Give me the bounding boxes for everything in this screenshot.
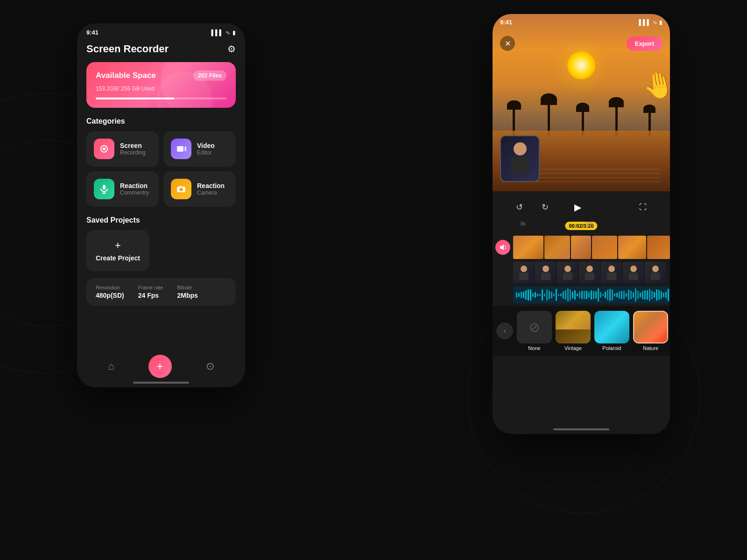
wave-bar: [539, 294, 541, 296]
filter-polaroid[interactable]: Polaroid: [594, 311, 629, 351]
fullscreen-button[interactable]: ⛶: [639, 203, 647, 211]
wave-bar: [595, 291, 597, 299]
wifi-icon: ∿: [226, 29, 230, 36]
video-status-icons: ▌▌▌ ∿ ▮: [639, 19, 662, 26]
wave-bar: [663, 293, 664, 298]
category-text-screen: Screen Recording: [120, 142, 146, 156]
svg-line-11: [505, 246, 506, 247]
person-head: [514, 142, 527, 155]
wave-bar: [588, 292, 590, 298]
wave-bar: [549, 291, 550, 299]
mic-icon-svg: [99, 184, 109, 194]
signal-icon: ▌▌▌: [211, 29, 223, 36]
filter-scroll-left[interactable]: ‹: [496, 322, 513, 339]
export-button[interactable]: Export: [627, 36, 662, 51]
waveform: [513, 287, 670, 303]
svg-point-8: [180, 188, 183, 191]
category-screen-recording[interactable]: Screen Recording: [86, 131, 159, 167]
space-progress-fill: [96, 98, 174, 99]
files-badge: 202 Files: [193, 70, 226, 81]
wave-bar: [584, 291, 585, 299]
wave-bar: [647, 290, 648, 300]
wave-bar: [574, 290, 576, 299]
filter-thumb-none: ⊘: [517, 311, 552, 343]
speaker-icon: [500, 244, 506, 251]
wave-bar: [626, 293, 627, 296]
wave-bar: [577, 294, 578, 296]
palm-tree-4: [609, 97, 624, 135]
create-project-button[interactable]: + Create Project: [86, 230, 149, 271]
home-nav-icon[interactable]: ⌂: [108, 360, 114, 372]
video-editor-icon: [171, 139, 191, 159]
add-nav-button[interactable]: +: [148, 355, 172, 378]
framerate-setting: Frame rate 24 Fps: [138, 285, 163, 299]
category-video-editor[interactable]: Video Editor: [163, 131, 236, 167]
gear-icon[interactable]: ⚙: [227, 43, 236, 55]
video-status-time: 9:41: [500, 19, 512, 26]
wave-bar: [668, 289, 669, 301]
ruler-time-10: 10s: [586, 221, 593, 226]
wave-bar: [621, 291, 622, 299]
track-handle-mute: [493, 240, 513, 255]
wave-bar: [628, 290, 629, 300]
category-sub-reaction-c: Commentry: [120, 189, 149, 196]
space-progress-bar: [96, 98, 226, 99]
rewind-button[interactable]: ↺: [516, 202, 523, 212]
mute-button[interactable]: [495, 240, 510, 255]
wave-bar: [560, 294, 562, 296]
category-sub-screen: Recording: [120, 149, 146, 156]
history-nav-icon[interactable]: ⊙: [206, 360, 214, 372]
person-clip-6: [623, 262, 644, 283]
palm-tree-2: [541, 93, 557, 135]
filter-none[interactable]: ⊘ None: [517, 311, 552, 351]
available-space-card: Available Space 202 Files 153.2GB/ 256 G…: [86, 62, 236, 108]
person-track-clips: [513, 262, 670, 283]
wave-bar: [528, 289, 529, 301]
person-clip-7: [645, 262, 666, 283]
category-reaction-commentary[interactable]: Reaction Commentry: [86, 171, 159, 207]
screen-recorder-phone: 9:41 ▌▌▌ ∿ ▮ Screen Recorder ⚙ Available…: [77, 23, 245, 387]
category-text-video: Video Editor: [197, 142, 215, 156]
wave-bar: [563, 291, 564, 299]
filter-nature[interactable]: Nature: [633, 311, 668, 351]
wave-bar: [612, 289, 613, 301]
wave-bar: [600, 292, 601, 298]
wave-bar: [598, 288, 599, 301]
category-sub-reaction-cam: Camera: [197, 189, 225, 196]
wave-bar: [570, 289, 571, 301]
record-icon-svg: [99, 144, 109, 154]
framerate-value: 24 Fps: [138, 292, 163, 299]
wave-bar: [546, 289, 548, 300]
filter-vintage[interactable]: Vintage: [556, 311, 591, 351]
svg-line-12: [505, 248, 506, 249]
wave-bar: [551, 292, 552, 299]
wave-bar: [661, 291, 662, 299]
svg-rect-2: [177, 146, 183, 152]
close-button[interactable]: ✕: [500, 36, 515, 51]
wave-bar: [658, 290, 660, 301]
forward-button[interactable]: ↻: [542, 202, 549, 212]
wave-bar: [553, 294, 555, 296]
category-name-video: Video: [197, 142, 215, 149]
resolution-label: Resolution: [96, 285, 124, 290]
person-in-cam: [508, 142, 532, 175]
video-signal-icon: ▌▌▌: [639, 19, 651, 26]
category-name-reaction-c: Reaction: [120, 182, 149, 189]
svg-point-1: [103, 147, 106, 150]
wave-bar: [556, 289, 557, 301]
framerate-label: Frame rate: [138, 285, 163, 290]
nature-clip-1: [513, 236, 543, 259]
wave-bar: [654, 292, 655, 298]
hand-cursor-icon: 🤚: [640, 68, 670, 103]
wave-bar: [558, 294, 559, 296]
category-sub-video: Editor: [197, 149, 215, 156]
palm-trees: [493, 89, 670, 135]
wave-bar: [630, 291, 632, 299]
video-battery-icon: ▮: [659, 19, 662, 26]
wave-bar: [602, 294, 604, 296]
categories-grid: Screen Recording Video Editor: [77, 131, 245, 216]
wave-bar: [619, 291, 620, 299]
category-reaction-camera[interactable]: Reaction Camera: [163, 171, 236, 207]
play-button[interactable]: ▶: [567, 197, 588, 217]
bitrate-label: Bitrate: [177, 285, 197, 290]
